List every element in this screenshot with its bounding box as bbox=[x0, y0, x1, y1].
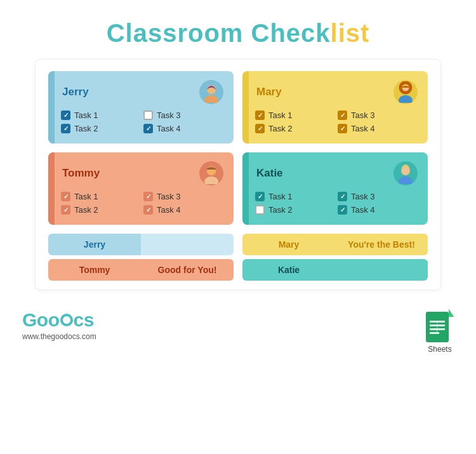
stripe-tommy bbox=[48, 152, 55, 225]
summary-name-tommy: Tommy bbox=[48, 259, 141, 281]
task-label: Task 3 bbox=[351, 110, 375, 120]
student-cards-grid: Jerry ✓ Task 1 Task 3 ✓ bbox=[48, 71, 428, 225]
task-item: ✓ Task 1 bbox=[61, 110, 141, 120]
tasks-tommy: ✓ Task 1 ✓ Task 3 ✓ Task 2 ✓ Task 4 bbox=[58, 192, 223, 215]
checkbox: ✓ bbox=[143, 205, 153, 215]
logo-o1: oo bbox=[37, 309, 60, 330]
checkbox: ✓ bbox=[61, 192, 70, 201]
logo-ring bbox=[60, 314, 73, 326]
avatar-tommy bbox=[199, 161, 223, 185]
svg-rect-17 bbox=[430, 332, 439, 334]
task-item: ✓ Task 2 bbox=[61, 124, 141, 133]
checkbox: ✓ bbox=[61, 205, 70, 215]
card-katie: Katie ✓ Task 1 ✓ Task 3 bbox=[242, 152, 428, 225]
task-label: Task 4 bbox=[157, 124, 181, 133]
goodocs-brand: Goocs www.thegoodocs.com bbox=[22, 309, 96, 341]
checkbox: ✓ bbox=[338, 205, 347, 215]
task-label: Task 3 bbox=[351, 192, 375, 201]
title-classroom: Classroom bbox=[107, 19, 251, 47]
checkbox: ✓ bbox=[255, 124, 265, 133]
task-item: Task 2 bbox=[255, 205, 335, 215]
sheets-icon-area: Sheets bbox=[426, 309, 454, 354]
summary-msg-jerry bbox=[141, 234, 234, 255]
task-label: Task 4 bbox=[157, 205, 181, 215]
summary-section-left: Jerry Tommy Good for You! bbox=[48, 234, 234, 281]
svg-marker-13 bbox=[449, 309, 454, 317]
footer: Goocs www.thegoodocs.com Sheets bbox=[16, 309, 460, 354]
checkbox: ✓ bbox=[255, 110, 265, 120]
task-item: ✓ Task 4 bbox=[338, 124, 418, 133]
logo-ocs: cs bbox=[74, 309, 94, 330]
task-label: Task 1 bbox=[268, 192, 293, 201]
checkbox: ✓ bbox=[143, 192, 153, 201]
task-item: ✓ Task 4 bbox=[143, 205, 223, 215]
sheets-label: Sheets bbox=[428, 345, 451, 354]
task-item: ✓ Task 4 bbox=[338, 205, 418, 215]
student-name-jerry: Jerry bbox=[62, 86, 89, 98]
task-item: ✓ Task 1 bbox=[61, 192, 141, 201]
avatar-mary bbox=[393, 80, 418, 104]
task-label: Task 4 bbox=[351, 124, 375, 133]
student-name-mary: Mary bbox=[256, 86, 282, 98]
avatar-jerry bbox=[199, 80, 223, 104]
checkbox: ✓ bbox=[143, 124, 153, 133]
task-item: ✓ Task 1 bbox=[255, 110, 335, 120]
task-label: Task 3 bbox=[157, 110, 181, 120]
stripe-mary bbox=[242, 71, 249, 144]
summary-section-right: Mary You're the Best! Katie bbox=[242, 234, 428, 281]
checkbox: ✓ bbox=[338, 110, 347, 120]
checkbox: ✓ bbox=[338, 124, 347, 133]
student-name-katie: Katie bbox=[256, 167, 283, 180]
checkbox: ✓ bbox=[61, 110, 70, 120]
summary-name-mary: Mary bbox=[242, 234, 335, 255]
goodocs-url: www.thegoodocs.com bbox=[22, 332, 96, 341]
svg-point-1 bbox=[204, 95, 218, 103]
avatar-katie bbox=[393, 161, 418, 185]
summary-row-jerry: Jerry bbox=[48, 234, 234, 255]
task-label: Task 1 bbox=[74, 110, 98, 120]
card-jerry: Jerry ✓ Task 1 Task 3 ✓ bbox=[48, 71, 234, 144]
title-area: Classroom Checklist bbox=[107, 19, 370, 48]
task-label: Task 3 bbox=[157, 192, 181, 201]
card-header-katie: Katie bbox=[253, 161, 418, 185]
task-item: ✓ Task 2 bbox=[255, 124, 335, 133]
task-item: ✓ Task 3 bbox=[143, 192, 223, 201]
checkbox: ✓ bbox=[61, 124, 70, 133]
card-header-tommy: Tommy bbox=[58, 161, 223, 185]
checkbox bbox=[143, 110, 153, 120]
task-label: Task 1 bbox=[268, 110, 293, 120]
task-label: Task 2 bbox=[74, 205, 98, 215]
task-item: ✓ Task 3 bbox=[338, 192, 418, 201]
summary-msg-mary: You're the Best! bbox=[335, 234, 428, 255]
summary-name-jerry: Jerry bbox=[48, 234, 141, 255]
summary-row-katie: Katie bbox=[242, 259, 428, 281]
svg-point-9 bbox=[401, 166, 410, 175]
task-item: ✓ Task 2 bbox=[61, 205, 141, 215]
task-label: Task 4 bbox=[351, 205, 375, 215]
logo-g: G bbox=[22, 309, 37, 330]
page: Classroom Checklist Jerry ✓ Task 1 bbox=[0, 0, 476, 454]
page-title: Classroom Checklist bbox=[107, 19, 370, 48]
stripe-katie bbox=[242, 152, 249, 225]
svg-point-7 bbox=[204, 177, 218, 184]
tasks-jerry: ✓ Task 1 Task 3 ✓ Task 2 ✓ Task 4 bbox=[58, 110, 223, 133]
tasks-katie: ✓ Task 1 ✓ Task 3 Task 2 ✓ Task 4 bbox=[253, 192, 418, 215]
task-label: Task 2 bbox=[74, 124, 98, 133]
card-header-jerry: Jerry bbox=[58, 80, 223, 104]
card-tommy: Tommy ✓ Task 1 ✓ Task 3 ✓ bbox=[48, 152, 234, 225]
card-mary: Mary ✓ Task 1 ✓ Task 3 ✓ bbox=[242, 71, 428, 144]
checklist-container: Jerry ✓ Task 1 Task 3 ✓ bbox=[35, 59, 441, 290]
checkbox bbox=[255, 205, 265, 215]
svg-point-4 bbox=[399, 95, 413, 103]
summary-name-katie: Katie bbox=[242, 259, 335, 281]
task-item: ✓ Task 1 bbox=[255, 192, 335, 201]
task-item: ✓ Task 4 bbox=[143, 124, 223, 133]
title-check: Check bbox=[251, 19, 331, 47]
task-item: ✓ Task 3 bbox=[338, 110, 418, 120]
summary-grid: Jerry Tommy Good for You! Mary You're th… bbox=[48, 234, 428, 281]
card-header-mary: Mary bbox=[253, 80, 418, 104]
summary-msg-katie bbox=[335, 259, 428, 281]
goodocs-logo: Goocs bbox=[22, 309, 96, 331]
checkbox: ✓ bbox=[338, 192, 347, 201]
title-list: list bbox=[331, 19, 370, 47]
